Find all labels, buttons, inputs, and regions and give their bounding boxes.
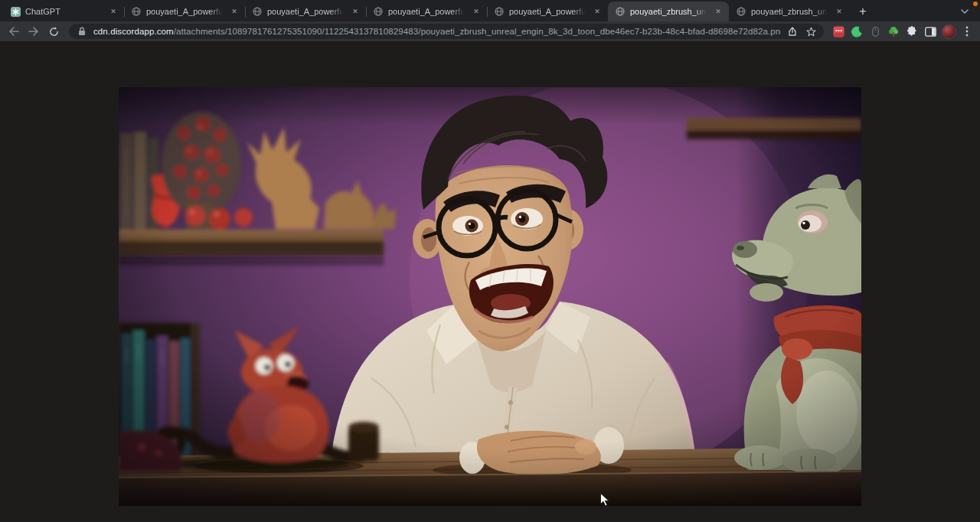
tab-title: pouyaeti_A_powerful_modern (509, 7, 587, 16)
back-button[interactable] (5, 22, 23, 41)
vignette (119, 87, 861, 506)
url-text[interactable]: cdn.discordapp.com/attachments/108978176… (93, 27, 781, 36)
tab-title: ChatGPT (25, 7, 103, 16)
tree-extension-icon[interactable] (885, 23, 902, 40)
tab-pouyaeti-2[interactable]: pouyaeti_A_powerful_modern ✕ (245, 2, 366, 21)
globe-favicon-icon (494, 6, 505, 17)
tab-pouyaeti-3[interactable]: pouyaeti_A_powerful_modern ✕ (366, 2, 487, 21)
tab-close-icon[interactable]: ✕ (229, 6, 240, 17)
tab-title: pouyaeti_A_powerful_modern (146, 7, 224, 16)
extensions-puzzle-icon[interactable] (903, 23, 920, 40)
tab-title: pouyaeti_A_powerful_modern (267, 7, 345, 16)
moon-extension-icon[interactable] (848, 23, 865, 40)
status-dot (973, 2, 978, 6)
globe-favicon-icon (736, 6, 746, 17)
chatgpt-favicon-icon (10, 6, 21, 17)
reload-button[interactable] (44, 22, 63, 41)
globe-favicon-icon (252, 6, 263, 17)
tab-overflow-chevron-icon[interactable] (956, 2, 974, 21)
tab-pouyaeti-zbrush-active[interactable]: pouyaeti_zbrush_unreal_engin ✕ (608, 2, 729, 21)
tab-close-icon[interactable]: ✕ (350, 6, 361, 17)
globe-favicon-icon (373, 6, 384, 17)
tab-title: pouyaeti_zbrush_unreal_engin (630, 7, 708, 16)
bookmark-star-icon[interactable] (804, 24, 818, 38)
mouse-extension-icon[interactable] (867, 23, 884, 40)
globe-favicon-icon (131, 6, 142, 17)
forward-button[interactable] (24, 22, 43, 41)
menu-kebab-icon[interactable] (959, 23, 975, 40)
tab-close-icon[interactable]: ✕ (471, 6, 482, 17)
viewed-image[interactable] (119, 87, 861, 506)
side-panel-icon[interactable] (922, 23, 939, 40)
tab-title: pouyaeti_zbrush_unreal_engin (751, 7, 829, 16)
toolbar: cdn.discordapp.com/attachments/108978176… (0, 21, 980, 42)
page-content (0, 42, 980, 522)
tab-close-icon[interactable]: ✕ (592, 6, 603, 17)
tab-strip: ChatGPT ✕ pouyaeti_A_powerful_modern ✕ p… (0, 0, 980, 21)
new-tab-button[interactable]: + (853, 2, 873, 21)
tab-pouyaeti-4[interactable]: pouyaeti_A_powerful_modern ✕ (487, 2, 608, 21)
globe-favicon-icon (615, 6, 626, 17)
address-bar[interactable]: cdn.discordapp.com/attachments/108978176… (69, 24, 824, 39)
tab-title: pouyaeti_A_powerful_modern (388, 7, 466, 16)
red-extension-icon[interactable] (830, 23, 847, 40)
url-domain: cdn.discordapp.com (93, 27, 174, 36)
profile-avatar[interactable] (940, 23, 957, 40)
lock-icon (75, 24, 89, 38)
tab-pouyaeti-1[interactable]: pouyaeti_A_powerful_modern ✕ (124, 2, 245, 21)
url-path: /attachments/1089781761275351090/1122543… (174, 27, 781, 36)
tab-close-icon[interactable]: ✕ (108, 6, 119, 17)
tab-close-icon[interactable]: ✕ (834, 6, 844, 17)
browser-window: ChatGPT ✕ pouyaeti_A_powerful_modern ✕ p… (0, 0, 980, 522)
tab-chatgpt[interactable]: ChatGPT ✕ (3, 2, 124, 21)
mouse-cursor (599, 492, 609, 507)
tab-close-icon[interactable]: ✕ (713, 6, 724, 17)
share-icon[interactable] (786, 24, 799, 38)
tab-pouyaeti-zbrush-2[interactable]: pouyaeti_zbrush_unreal_engin ✕ (729, 2, 850, 21)
